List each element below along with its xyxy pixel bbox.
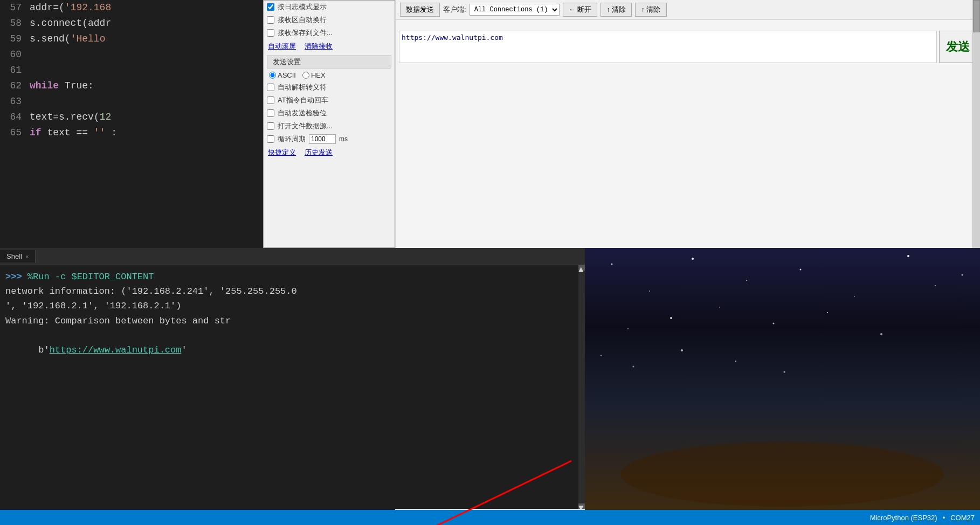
- line-number: 61: [0, 63, 30, 78]
- client-select[interactable]: All Connections (1): [470, 4, 560, 16]
- svg-point-19: [784, 371, 785, 373]
- svg-point-2: [692, 258, 694, 260]
- auto-wrap-checkbox[interactable]: [267, 16, 274, 24]
- auto-wrap-row: 接收区自动换行: [264, 13, 395, 26]
- clear-btn1[interactable]: ↑ 清除: [601, 3, 632, 17]
- auto-wrap-label: 接收区自动换行: [278, 15, 327, 25]
- auto-checksum-checkbox[interactable]: [267, 109, 274, 117]
- svg-point-6: [907, 255, 909, 257]
- shell-prompt-line: >>> %Run -c $EDITOR_CONTENT: [5, 270, 579, 284]
- svg-point-15: [601, 355, 602, 356]
- open-file-row: 打开文件数据源...: [264, 120, 395, 133]
- auto-scroll-row: 自动滚屏 清除接收: [264, 39, 395, 53]
- disconnect-btn[interactable]: ← 断开: [563, 3, 598, 17]
- code-line-60: 60: [0, 47, 264, 63]
- log-mode-label: 按日志模式显示: [278, 2, 327, 12]
- hex-radio-label: HEX: [302, 71, 326, 79]
- shell-tab[interactable]: Shell ×: [0, 250, 36, 262]
- auto-parse-checkbox[interactable]: [267, 84, 274, 91]
- shell-output-2: ', '192.168.2.1', '192.168.2.1'): [5, 299, 579, 313]
- at-auto-cr-checkbox[interactable]: [267, 96, 274, 104]
- port-label: COM27: [950, 514, 975, 522]
- auto-parse-row: 自动解析转义符: [264, 81, 395, 94]
- svg-point-10: [670, 317, 672, 319]
- code-line-58: 58 s.connect(addr: [0, 16, 264, 31]
- serial-toolbar: 数据发送 客户端: All Connections (1) ← 断开 ↑ 清除 …: [396, 0, 980, 20]
- clear-btn2[interactable]: ↑ 清除: [635, 3, 666, 17]
- shell-prompt: >>>: [5, 272, 22, 282]
- serial-panel: 数据发送 客户端: All Connections (1) ← 断开 ↑ 清除 …: [395, 0, 980, 248]
- settings-popup: 按日志模式显示 接收区自动换行 接收保存到文件... 自动滚屏 清除接收 发送设…: [263, 0, 395, 248]
- save-file-row: 接收保存到文件...: [264, 26, 395, 39]
- svg-point-16: [633, 366, 634, 368]
- encoding-row: ASCII HEX: [264, 70, 395, 81]
- line-number: 62: [0, 79, 30, 93]
- svg-point-18: [735, 361, 736, 362]
- svg-point-13: [827, 312, 828, 313]
- send-settings-header: 发送设置: [267, 56, 391, 68]
- loop-period-row: 循环周期 ms: [264, 133, 395, 146]
- scrollbar-thumb[interactable]: [973, 0, 980, 32]
- svg-point-4: [800, 269, 802, 271]
- shell-scrollbar[interactable]: ▲ ▼: [578, 265, 585, 509]
- svg-point-12: [773, 323, 775, 324]
- code-editor: 57 addr=('192.168 58 s.connect(addr 59 s…: [0, 0, 264, 248]
- svg-point-20: [620, 442, 944, 507]
- history-send-btn[interactable]: 历史发送: [305, 148, 333, 157]
- platform-label: MicroPython (ESP32): [870, 514, 937, 522]
- svg-point-9: [627, 328, 629, 329]
- shell-output-4: b'https://www.walnutpi.com': [5, 328, 579, 372]
- svg-point-14: [880, 333, 882, 335]
- code-content: addr=('192.168: [30, 1, 264, 15]
- shell-tab-close[interactable]: ×: [25, 253, 29, 260]
- log-mode-checkbox[interactable]: [267, 3, 274, 11]
- client-label: 客户端:: [443, 5, 466, 15]
- hex-radio[interactable]: [302, 72, 309, 79]
- open-file-checkbox[interactable]: [267, 122, 274, 130]
- serial-send-area: https://www.walnutpi.com 发送: [399, 31, 977, 63]
- shell-link[interactable]: https://www.walnutpi.com: [50, 345, 182, 355]
- svg-point-17: [681, 349, 683, 351]
- shell-scroll-bottom[interactable]: ▼: [578, 503, 585, 509]
- shell-scroll-top[interactable]: ▲: [578, 265, 585, 271]
- shell-panel: Shell × >>> %Run -c $EDITOR_CONTENT netw…: [0, 248, 585, 509]
- svg-point-0: [611, 264, 613, 265]
- stars-decoration: [585, 248, 980, 510]
- loop-period-checkbox[interactable]: [267, 135, 274, 143]
- save-file-checkbox[interactable]: [267, 29, 274, 37]
- code-line-61: 61: [0, 63, 264, 78]
- line-number: 65: [0, 126, 30, 140]
- clear-receive-btn[interactable]: 清除接收: [305, 42, 333, 51]
- svg-point-5: [854, 296, 855, 297]
- svg-point-7: [935, 285, 936, 286]
- code-line-65: 65 if text == '' :: [0, 125, 264, 141]
- shell-tab-label: Shell: [6, 252, 22, 260]
- ascii-radio-label: ASCII: [269, 71, 296, 79]
- loop-period-input[interactable]: [309, 134, 336, 144]
- line-number: 63: [0, 94, 30, 109]
- background-area: [585, 248, 980, 510]
- send-button[interactable]: 发送: [939, 31, 977, 63]
- data-send-btn[interactable]: 数据发送: [400, 3, 440, 17]
- shell-command: %Run -c $EDITOR_CONTENT: [27, 272, 154, 282]
- log-mode-row: 按日志模式显示: [264, 1, 395, 13]
- auto-checksum-row: 自动发送检验位: [264, 107, 395, 120]
- auto-scroll-btn[interactable]: 自动滚屏: [268, 42, 296, 51]
- svg-point-11: [719, 307, 720, 308]
- quick-history-row: 快捷定义 历史发送: [264, 146, 395, 160]
- line-number: 58: [0, 16, 30, 31]
- serial-send-input[interactable]: https://www.walnutpi.com: [399, 31, 937, 63]
- save-file-label: 接收保存到文件...: [278, 28, 333, 38]
- line-number: 64: [0, 110, 30, 125]
- statusbar-separator: •: [943, 514, 946, 522]
- code-line-62: 62 while True:: [0, 78, 264, 94]
- line-number: 57: [0, 1, 30, 15]
- code-line-64: 64 text=s.recv(12: [0, 109, 264, 125]
- ascii-radio[interactable]: [269, 72, 276, 79]
- at-auto-cr-row: AT指令自动回车: [264, 94, 395, 107]
- shell-content: >>> %Run -c $EDITOR_CONTENT network info…: [0, 265, 585, 509]
- line-number: 59: [0, 32, 30, 46]
- right-scrollbar[interactable]: [972, 0, 980, 248]
- quick-define-btn[interactable]: 快捷定义: [268, 148, 296, 157]
- line-number: 60: [0, 47, 30, 62]
